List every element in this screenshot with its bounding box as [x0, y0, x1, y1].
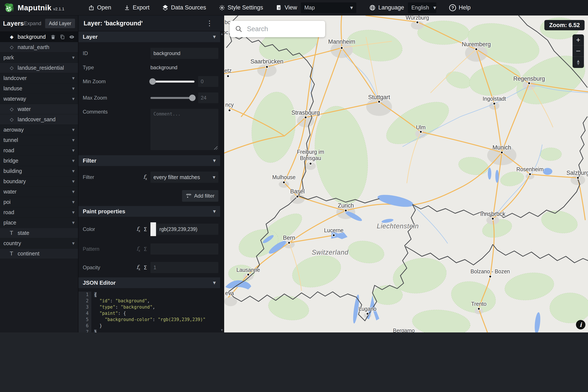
- export-icon: [124, 5, 130, 11]
- opacity-input[interactable]: [150, 262, 218, 273]
- slider-thumb[interactable]: [149, 78, 156, 85]
- color-swatch[interactable]: [150, 222, 156, 236]
- layer-item-poi[interactable]: poi▼: [0, 197, 78, 207]
- layer-item-water[interactable]: water▼: [0, 187, 78, 197]
- layer-item-state[interactable]: Tstate: [0, 228, 78, 238]
- editor-scrollbar[interactable]: ▲ ▼: [220, 32, 224, 332]
- chevron-down-icon[interactable]: ▼: [72, 159, 75, 163]
- function-icon[interactable]: fx: [136, 226, 140, 233]
- layer-item-bridge[interactable]: bridge▼: [0, 156, 78, 166]
- kebab-menu-icon[interactable]: ⋮: [206, 19, 213, 27]
- open-button[interactable]: Open: [88, 4, 111, 11]
- json-line-6[interactable]: 6 }: [78, 323, 220, 329]
- section-json-editor[interactable]: JSON Editor ▼: [78, 278, 220, 288]
- chevron-down-icon[interactable]: ▼: [72, 87, 75, 90]
- data-sources-button[interactable]: Data Sources: [162, 4, 206, 11]
- layer-item-label: road: [3, 147, 14, 154]
- json-editor[interactable]: 1{2 "id": "background",3 "type": "backgr…: [78, 288, 220, 332]
- chevron-down-icon[interactable]: ▼: [72, 242, 75, 245]
- pattern-input[interactable]: [150, 244, 218, 254]
- json-line-3[interactable]: 3 "type": "background",: [78, 304, 220, 310]
- sigma-icon[interactable]: Σ: [144, 226, 147, 232]
- zoom-level-badge: Zoom: 6.52: [544, 20, 585, 30]
- chevron-down-icon[interactable]: ▼: [72, 169, 75, 173]
- json-line-1[interactable]: 1{: [78, 292, 220, 298]
- layer-item-natural_earth[interactable]: ◇natural_earth: [0, 42, 78, 52]
- chevron-down-icon[interactable]: ▼: [72, 210, 75, 214]
- map-labels: WürzburgMannheimNurembergSaarbrückenRege…: [224, 16, 588, 332]
- chevron-down-icon[interactable]: ▼: [72, 221, 75, 225]
- layer-editor-header: Layer: 'background' ⋮: [78, 16, 224, 32]
- filter-combinator-select[interactable]: every filter matches ▼: [150, 172, 218, 183]
- language-select[interactable]: English ▼: [408, 2, 436, 13]
- chevron-down-icon[interactable]: ▼: [72, 56, 75, 60]
- toggle-visibility-button[interactable]: [69, 34, 75, 40]
- section-layer[interactable]: Layer ▼: [78, 32, 220, 42]
- min-zoom-input[interactable]: [198, 76, 218, 87]
- chevron-down-icon[interactable]: ▼: [72, 128, 75, 132]
- json-line-4[interactable]: 4 "paint": {: [78, 310, 220, 316]
- layer-item-aeroway[interactable]: aeroway▼: [0, 125, 78, 135]
- layer-item-continent[interactable]: Tcontinent: [0, 248, 78, 259]
- layer-item-tunnel[interactable]: tunnel▼: [0, 135, 78, 145]
- type-value: background: [150, 64, 218, 70]
- function-icon[interactable]: fx: [136, 264, 140, 271]
- function-icon[interactable]: fx: [143, 174, 147, 181]
- compass-button[interactable]: ▲ ▼: [573, 57, 584, 68]
- layer-item-landcover[interactable]: landcover▼: [0, 73, 78, 84]
- layer-item-park[interactable]: park▼: [0, 52, 78, 63]
- layer-item-landcover_sand[interactable]: ◇landcover_sand: [0, 114, 78, 125]
- function-icon[interactable]: fx: [136, 246, 140, 253]
- view-select[interactable]: Map ▼: [301, 2, 356, 13]
- layer-item-waterway[interactable]: waterway▼: [0, 94, 78, 104]
- chevron-down-icon[interactable]: ▼: [72, 97, 75, 101]
- chevron-down-icon[interactable]: ▼: [72, 180, 75, 184]
- delete-layer-button[interactable]: [50, 34, 56, 40]
- layer-item-road[interactable]: road▼: [0, 207, 78, 218]
- slider-thumb[interactable]: [189, 94, 196, 101]
- scroll-up-icon[interactable]: ▲: [220, 32, 224, 35]
- chevron-down-icon[interactable]: ▼: [72, 76, 75, 80]
- chevron-down-icon[interactable]: ▼: [72, 190, 75, 194]
- layer-item-country[interactable]: country▼: [0, 238, 78, 248]
- add-filter-button[interactable]: Add filter: [182, 190, 218, 202]
- expand-button[interactable]: Expand: [24, 20, 41, 26]
- layer-item-boundary[interactable]: boundary▼: [0, 176, 78, 187]
- help-button[interactable]: ? Help: [449, 4, 471, 11]
- section-filter[interactable]: Filter ▼: [78, 155, 220, 166]
- section-paint[interactable]: Paint properties ▼: [78, 206, 220, 217]
- id-input[interactable]: [150, 48, 218, 59]
- attribution-info-button[interactable]: i: [576, 320, 586, 330]
- view-menu: View: [276, 4, 297, 11]
- zoom-in-button[interactable]: +: [573, 34, 584, 46]
- json-line-2[interactable]: 2 "id": "background",: [78, 298, 220, 304]
- sigma-icon[interactable]: Σ: [144, 246, 147, 252]
- style-settings-button[interactable]: Style Settings: [219, 4, 263, 11]
- json-line-7[interactable]: 7}: [78, 329, 220, 332]
- max-zoom-input[interactable]: [198, 92, 218, 103]
- zoom-out-button[interactable]: −: [573, 46, 584, 57]
- city-dot: [493, 103, 495, 105]
- chevron-down-icon[interactable]: ▼: [72, 138, 75, 142]
- scroll-down-icon[interactable]: ▼: [220, 328, 224, 332]
- json-line-5[interactable]: 5 "background-color": "rgb(239,239,239)": [78, 316, 220, 323]
- layer-item-building[interactable]: building▼: [0, 166, 78, 176]
- layer-item-landuse[interactable]: landuse▼: [0, 84, 78, 94]
- add-layer-button[interactable]: Add Layer: [45, 19, 75, 28]
- duplicate-layer-button[interactable]: [60, 34, 65, 40]
- color-input[interactable]: [156, 224, 218, 235]
- layer-item-road[interactable]: road▼: [0, 145, 78, 156]
- search-input[interactable]: [247, 25, 320, 33]
- map-canvas[interactable]: WürzburgMannheimNurembergSaarbrückenRege…: [224, 16, 588, 332]
- sigma-icon[interactable]: Σ: [144, 264, 147, 271]
- chevron-down-icon[interactable]: ▼: [72, 148, 75, 152]
- comments-textarea[interactable]: [150, 109, 218, 150]
- max-zoom-slider[interactable]: [150, 97, 195, 99]
- layer-item-place[interactable]: place▼: [0, 218, 78, 228]
- min-zoom-slider[interactable]: [150, 81, 195, 82]
- export-button[interactable]: Export: [124, 4, 149, 11]
- layer-item-background[interactable]: ◆background: [0, 32, 78, 42]
- chevron-down-icon[interactable]: ▼: [72, 200, 75, 204]
- layer-item-landuse_residential[interactable]: ◇landuse_residential: [0, 63, 78, 73]
- layer-item-water[interactable]: ◇water: [0, 104, 78, 114]
